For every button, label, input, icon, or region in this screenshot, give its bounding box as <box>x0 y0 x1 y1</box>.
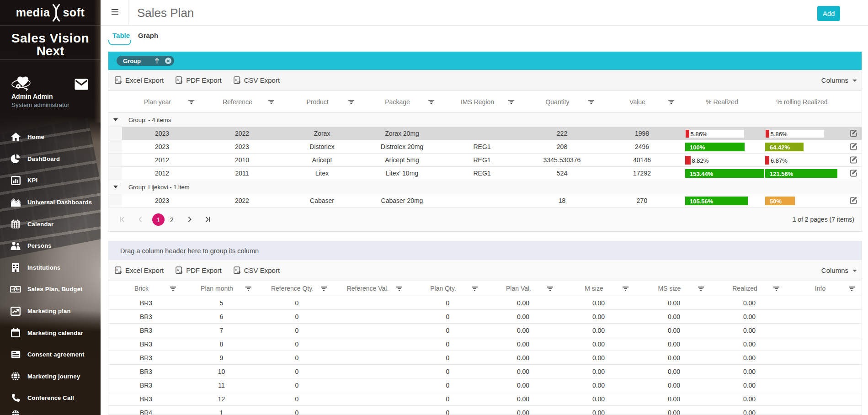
svg-text:X: X <box>116 78 118 82</box>
svg-text:c: c <box>235 268 237 272</box>
svg-text:A: A <box>177 268 179 272</box>
svg-text:A: A <box>177 78 179 82</box>
svg-text:c: c <box>235 78 237 82</box>
svg-text:X: X <box>116 268 118 272</box>
svg-text:1: 1 <box>15 287 17 292</box>
